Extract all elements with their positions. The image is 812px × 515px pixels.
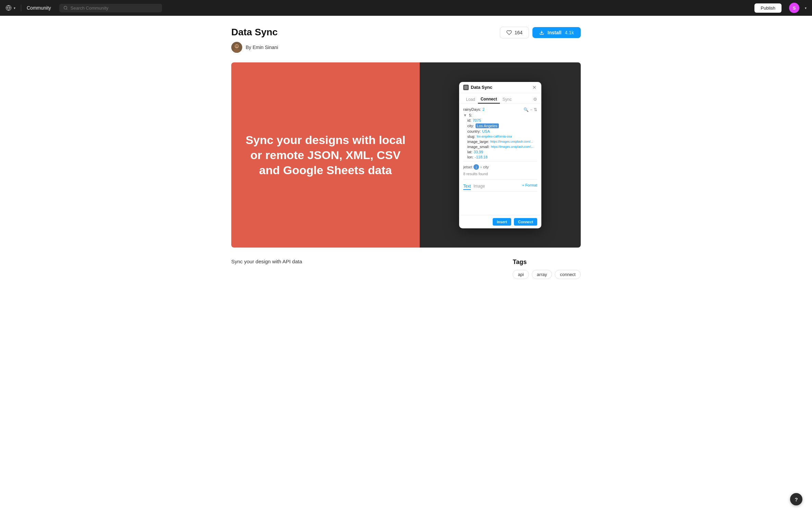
avatar[interactable]: S (789, 3, 799, 13)
pw-content-tabs: Text Image + Format (463, 182, 537, 192)
like-count: 164 (515, 30, 522, 35)
pw-id-label: id: (467, 118, 471, 122)
pw-settings-icon[interactable]: ⚙ (533, 97, 537, 102)
pw-image-small-val: https://images.unsplash.com/... (491, 145, 533, 148)
pw-plugin-icon (463, 85, 469, 90)
pw-city-val: Los Angeles (476, 123, 499, 128)
pw-path-city: city (483, 165, 489, 169)
author-avatar-img (231, 42, 242, 53)
pw-arrows-icon[interactable]: ⇅ (534, 107, 537, 112)
pw-titlebar-left: Data Sync (463, 85, 492, 90)
hero-banner: Sync your designs with local or remote J… (231, 62, 581, 248)
pw-path: jetset j › city (463, 164, 537, 170)
pw-image-small-row: image_small: https://images.unsplash.com… (463, 145, 537, 149)
pw-icon-svg (464, 86, 468, 89)
pw-image-large-label: image_large: (467, 140, 489, 144)
pw-path-badge: j (473, 164, 479, 170)
publish-button[interactable]: Publish (754, 3, 782, 13)
pw-lon-row: lon: -118.18 (463, 155, 537, 159)
tags-list: api array connect (513, 270, 581, 279)
pw-lon-val: -118.18 (475, 155, 488, 159)
install-button[interactable]: Install 4.1k (532, 27, 581, 38)
install-count: 4.1k (565, 30, 574, 35)
pw-connect-button[interactable]: Connect (514, 218, 537, 226)
pw-search-icon[interactable]: 🔍 (524, 107, 529, 112)
search-bar[interactable] (59, 4, 162, 12)
pw-format[interactable]: + Format (522, 183, 537, 190)
search-icon (63, 5, 68, 10)
pw-country-label: country: (467, 129, 481, 133)
hero-right: Data Sync ✕ Load Connect Sync ⚙ rainyDay… (420, 62, 581, 248)
pw-city-label: city: (467, 124, 474, 128)
search-input[interactable] (71, 5, 158, 11)
pw-tab-sync[interactable]: Sync (500, 96, 515, 103)
main-content: Data Sync By Emin Sinani (218, 16, 594, 290)
tag-connect[interactable]: connect (555, 270, 581, 279)
description-section: Sync your design with API data (231, 259, 437, 267)
pw-lat-row: lat: 33.99 (463, 150, 537, 154)
nav-separator (21, 4, 21, 11)
bottom-section: Sync your design with API data Tags api … (231, 259, 581, 279)
pw-tab-connect[interactable]: Connect (478, 95, 500, 104)
plugin-header: Data Sync By Emin Sinani (231, 27, 581, 53)
hero-text: Sync your designs with local or remote J… (245, 132, 406, 178)
tags-section: Tags api array connect (513, 259, 581, 279)
nav-community-title: Community (27, 5, 51, 11)
pw-titlebar: Data Sync ✕ (459, 82, 541, 93)
pw-lat-val: 33.99 (474, 150, 483, 154)
pw-tabs: Load Connect Sync ⚙ (459, 93, 541, 104)
pw-divider-1 (463, 161, 537, 161)
author-avatar (231, 42, 242, 53)
pw-city-row: city: Los Angeles (463, 123, 537, 128)
pw-5-label: 5: (469, 113, 472, 117)
pw-path-label: jetset (463, 165, 472, 169)
pw-insert-button[interactable]: Insert (493, 218, 511, 226)
pw-results: 8 results found (463, 170, 537, 177)
header-actions: 164 Install 4.1k (500, 27, 581, 38)
globe-chevron: ▾ (14, 6, 15, 10)
svg-line-3 (66, 9, 67, 10)
pw-path-arrow: › (480, 165, 482, 169)
pw-slug-val: los-angeles-california-usa (477, 135, 512, 138)
download-icon (539, 30, 544, 35)
pw-divider-2 (463, 179, 537, 180)
svg-point-7 (236, 46, 237, 47)
globe-button[interactable]: ▾ (5, 5, 15, 11)
plugin-window-mock: Data Sync ✕ Load Connect Sync ⚙ rainyDay… (459, 82, 541, 228)
svg-rect-10 (464, 86, 468, 89)
pw-icons: 🔍 − ⇅ (524, 107, 537, 112)
pw-id-row: id: 7075 (463, 118, 537, 122)
pw-close-button[interactable]: ✕ (532, 85, 537, 90)
author-name: By Emin Sinani (246, 45, 278, 50)
pw-tab-load[interactable]: Load (463, 96, 478, 103)
pw-footer: Insert Connect (459, 215, 541, 228)
pw-image-large-row: image_large: https://images.unsplash.com… (463, 140, 537, 144)
pw-body: rainyDays: 2 🔍 − ⇅ ▼ 5: (459, 104, 541, 194)
heart-icon (506, 30, 512, 35)
like-button[interactable]: 164 (500, 27, 529, 38)
pw-country-val: USA (482, 129, 490, 133)
svg-point-2 (64, 6, 67, 9)
description-text: Sync your design with API data (231, 259, 437, 264)
pw-slug-row: slug: los-angeles-california-usa (463, 134, 537, 139)
install-label: Install (548, 30, 561, 35)
pw-5-row: ▼ 5: (463, 113, 537, 117)
pw-title-text: Data Sync (471, 85, 492, 90)
pw-minus-icon[interactable]: − (530, 107, 532, 112)
pw-tab-image[interactable]: Image (473, 183, 485, 190)
plugin-info: Data Sync By Emin Sinani (231, 27, 278, 53)
hero-left: Sync your designs with local or remote J… (231, 62, 420, 248)
pw-id-val: 7075 (473, 118, 481, 122)
tag-api[interactable]: api (513, 270, 529, 279)
pw-slug-label: slug: (467, 134, 475, 139)
navbar: ▾ Community Publish S ▾ (0, 0, 812, 16)
tag-array[interactable]: array (532, 270, 552, 279)
plugin-author: By Emin Sinani (231, 42, 278, 53)
svg-point-5 (235, 44, 239, 48)
pw-image-small-label: image_small: (467, 145, 490, 149)
pw-country-row: country: USA (463, 129, 537, 133)
pw-tab-text[interactable]: Text (463, 183, 471, 190)
pw-image-large-val: https://images.unsplash.com/... (491, 140, 533, 143)
pw-rainy-row: rainyDays: 2 🔍 − ⇅ (463, 107, 537, 113)
pw-rainy-label: rainyDays: (463, 107, 481, 111)
